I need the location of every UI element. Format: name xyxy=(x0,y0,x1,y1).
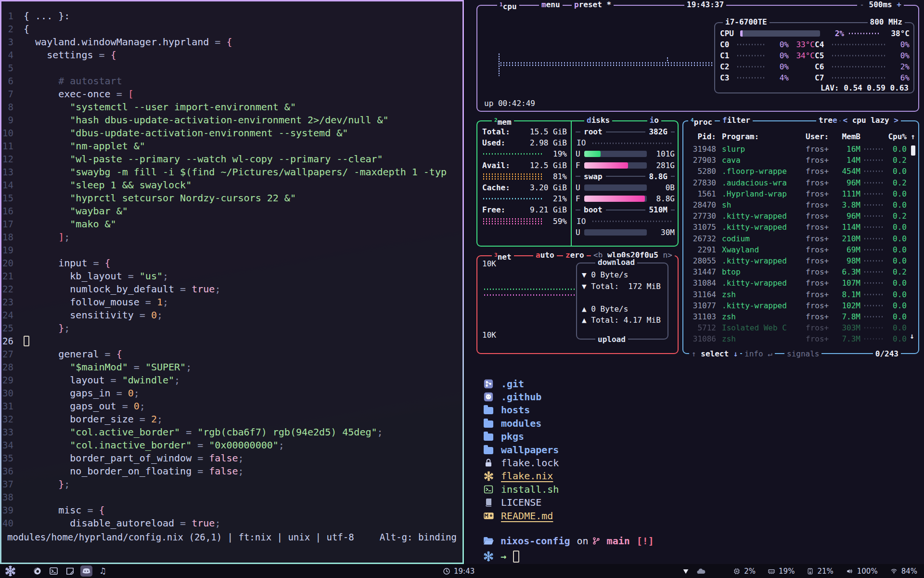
terminal-app-icon[interactable] xyxy=(48,565,60,577)
editor-line[interactable]: 14 "sleep 1 && swaylock" xyxy=(1,178,462,191)
proc-tree-toggle[interactable]: tree xyxy=(816,115,840,126)
update-interval-control[interactable]: - 500ms + xyxy=(857,0,904,10)
discord-app-icon[interactable] xyxy=(80,565,92,577)
editor-line[interactable]: 9 "hash dbus-update-activation-environme… xyxy=(1,113,462,126)
editor-line[interactable]: 10 "dbus-update-activation-environment -… xyxy=(1,126,462,139)
editor-line[interactable]: 37 }; xyxy=(1,477,462,490)
editor-line[interactable]: 17 "mako &" xyxy=(1,217,462,230)
notes-app-icon[interactable] xyxy=(64,565,76,577)
proc-table-header[interactable]: Pid: Program: User: MemB Cpu% ↑ xyxy=(688,132,915,141)
process-list[interactable]: 31948slurpfros+16M0.027903cavafros+14M0.… xyxy=(688,144,915,344)
proc-select-hint[interactable]: ↑ select ↓ xyxy=(689,349,740,359)
editor-line[interactable]: 29 layout = "dwindle"; xyxy=(1,373,462,386)
shell-input-line[interactable]: → xyxy=(483,549,924,564)
editor-line[interactable]: 7 exec-once = [ xyxy=(1,87,462,100)
editor-line[interactable]: 21 kb_layout = "us"; xyxy=(1,269,462,282)
music-app-icon[interactable]: ♫ xyxy=(97,565,109,577)
process-row[interactable]: 27903cavafros+14M0.2 xyxy=(688,155,915,166)
nixos-menu-icon[interactable] xyxy=(5,565,16,577)
net-zero-toggle[interactable]: zero xyxy=(563,250,587,261)
process-row[interactable]: 5280.floorp-wrappefros+454M0.0 xyxy=(688,166,915,177)
proc-filter-button[interactable]: filter xyxy=(720,115,753,126)
editor-line[interactable]: 32 border_size = 2; xyxy=(1,412,462,425)
io-toggle[interactable]: io xyxy=(647,115,661,126)
taskbar-clock[interactable]: 19:43 xyxy=(443,567,475,576)
editor-window[interactable]: 1{ ... }:2{3 wayland.windowManager.hyprl… xyxy=(0,0,464,564)
editor-line[interactable]: 26 xyxy=(1,334,462,347)
editor-line[interactable]: 40 disable_autoreload = true; xyxy=(1,516,462,529)
memory-stat[interactable]: 19% xyxy=(768,567,795,576)
editor-line[interactable]: 35 border_part_of_window = false; xyxy=(1,451,462,464)
editor-line[interactable]: 12 "wl-paste --primary --watch wl-copy -… xyxy=(1,152,462,165)
proc-info-hint[interactable]: info ↵ xyxy=(742,349,775,359)
menu-button[interactable]: menu xyxy=(539,0,563,10)
editor-line[interactable]: 3 wayland.windowManager.hyprland = { xyxy=(1,35,462,48)
editor-line[interactable]: 16 "waybar &" xyxy=(1,204,462,217)
editor-line[interactable]: 8 "systemctl --user import-environment &… xyxy=(1,100,462,113)
btop-cpu-box[interactable]: 1cpu menu preset * 19:43:37 - 500ms + up… xyxy=(476,5,919,112)
proc-box-title[interactable]: 4proc xyxy=(688,115,715,128)
editor-line[interactable]: 31 gaps_out = 0; xyxy=(1,399,462,412)
process-row[interactable]: 31948slurpfros+16M0.0 xyxy=(688,144,915,155)
disks-toggle[interactable]: disks xyxy=(584,115,612,126)
volume-stat[interactable]: 100% xyxy=(846,567,878,576)
editor-line[interactable]: 25 }; xyxy=(1,321,462,334)
editor-line[interactable]: 22 numlock_by_default = true; xyxy=(1,282,462,295)
process-row[interactable]: 31164zshfros+8.1M0.0 xyxy=(688,289,915,300)
process-row[interactable]: 31103zshfros+7.8M0.0 xyxy=(688,311,915,322)
editor-line[interactable]: 23 follow_mouse = 1; xyxy=(1,295,462,308)
process-row[interactable]: 31075.kitty-wrappedfros+114M0.0 xyxy=(688,222,915,233)
editor-line[interactable]: 19 xyxy=(1,243,462,256)
wifi-stat[interactable]: 84% xyxy=(890,567,917,576)
network-tray-icon[interactable] xyxy=(682,567,690,575)
process-row[interactable]: 27730.kitty-wrappedfros+96M0.2 xyxy=(688,210,915,222)
editor-line[interactable]: 28 "$mainMod" = "SUPER"; xyxy=(1,360,462,373)
process-row[interactable]: 31084.kitty-wrappedfros+107M0.0 xyxy=(688,277,915,289)
browser-icon[interactable] xyxy=(31,565,43,577)
editor-line[interactable]: 11 "nm-applet &" xyxy=(1,139,462,152)
proc-sort-selector[interactable]: < cpu lazy > xyxy=(840,115,901,126)
process-row[interactable]: 2291Xwaylandfros+69M0.0 xyxy=(688,244,915,255)
editor-line[interactable]: 6 # autostart xyxy=(1,74,462,87)
btop-proc-box[interactable]: 4proc filter tree < cpu lazy > Pid: Prog… xyxy=(682,120,919,354)
editor-line[interactable]: 24 sensitivity = 0; xyxy=(1,308,462,321)
process-row[interactable]: 31077.kitty-wrappedfros+102M0.0 xyxy=(688,300,915,311)
cloud-tray-icon[interactable] xyxy=(696,568,706,575)
process-row[interactable]: 28470shfros+3.8M0.0 xyxy=(688,199,915,210)
cpu-stat[interactable]: 2% xyxy=(733,567,756,576)
terminal-window[interactable]: .git.githubhostsmodulespkgswallpapersfla… xyxy=(465,359,924,564)
code-area[interactable]: 1{ ... }:2{3 wayland.windowManager.hyprl… xyxy=(1,1,462,529)
editor-line[interactable]: 1{ ... }: xyxy=(1,9,462,22)
editor-line[interactable]: 30 gaps_in = 0; xyxy=(1,386,462,399)
process-row[interactable]: 1561.Hyprland-wrapfros+111M0.0 xyxy=(688,188,915,199)
process-row[interactable]: 28055.kitty-wrappedfros+98M0.0 xyxy=(688,255,915,266)
net-auto-toggle[interactable]: auto xyxy=(533,250,557,261)
process-row[interactable]: 27830.audacious-wrafros+96M0.2 xyxy=(688,177,915,188)
editor-line[interactable]: 4 settings = { xyxy=(1,48,462,61)
process-row[interactable]: 26732codiumfros+210M0.0 xyxy=(688,233,915,244)
editor-line[interactable]: 34 "col.inactive_border" = "0x00000000"; xyxy=(1,438,462,451)
process-row[interactable]: 5712Isolated Web Cfros+303M0.0 xyxy=(688,322,915,333)
scroll-down-icon[interactable]: ↓ xyxy=(910,331,914,341)
proc-scrollbar-thumb[interactable] xyxy=(911,145,915,156)
editor-line[interactable]: 13 "swaybg -m fill -i $(find ~/Pictures/… xyxy=(1,165,462,178)
editor-line[interactable]: 39 misc = { xyxy=(1,503,462,516)
cpu-box-title[interactable]: 1cpu xyxy=(497,0,519,12)
editor-line[interactable]: 33 "col.active_border" = "rgb(cba6f7) rg… xyxy=(1,425,462,438)
editor-line[interactable]: 5 xyxy=(1,61,462,74)
editor-line[interactable]: 2{ xyxy=(1,22,462,35)
editor-line[interactable]: 27 general = { xyxy=(1,347,462,360)
btop-net-box[interactable]: 3net auto zero <b wlp0s20f0u5 n> 10K 10K… xyxy=(476,255,679,354)
clock-text: 19:43 xyxy=(454,567,475,576)
process-row[interactable]: 31447btopfros+6.3M0.2 xyxy=(688,266,915,277)
proc-signals-hint[interactable]: signals xyxy=(784,349,821,359)
editor-line[interactable]: 15 "hyprctl setcursor Nordzy-cursors 22 … xyxy=(1,191,462,204)
preset-button[interactable]: preset * xyxy=(572,0,614,10)
process-row[interactable]: 31086zshfros+7.3M0.0 xyxy=(688,333,915,344)
btop-mem-box[interactable]: 2mem disks io Total:15.5 GiBUsed:2.98 Gi… xyxy=(476,120,679,247)
disk-stat[interactable]: 21% xyxy=(807,567,833,576)
editor-line[interactable]: 36 no_border_on_floating = false; xyxy=(1,464,462,477)
editor-line[interactable]: 20 input = { xyxy=(1,256,462,269)
editor-line[interactable]: 18 ]; xyxy=(1,230,462,243)
editor-line[interactable]: 38 xyxy=(1,490,462,503)
